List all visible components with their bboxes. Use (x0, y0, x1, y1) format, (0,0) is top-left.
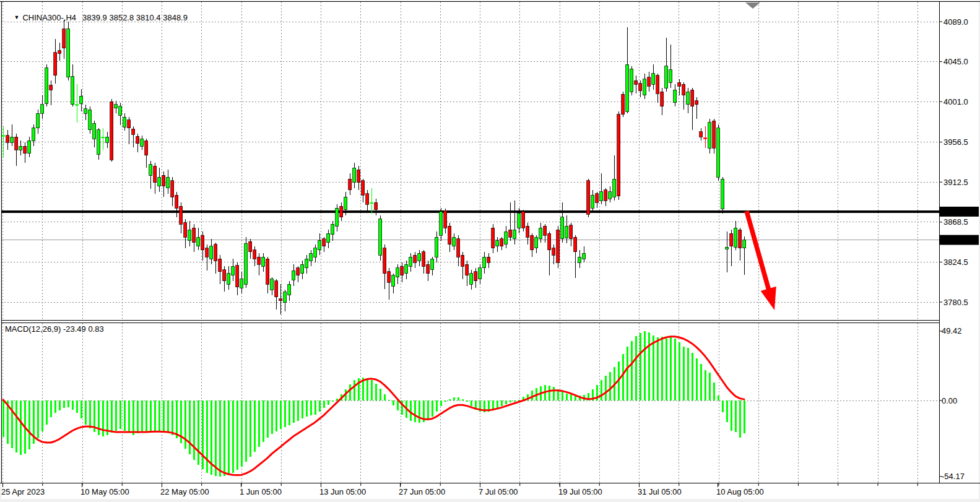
macd-histogram-bar (184, 400, 186, 449)
macd-histogram-bar (657, 337, 659, 400)
macd-histogram-bar (449, 399, 451, 400)
macd-histogram-bar (640, 333, 641, 400)
candle-body (539, 228, 542, 239)
candle-body (466, 264, 469, 275)
candle-body (483, 257, 486, 268)
macd-histogram-bar (353, 380, 355, 400)
candle-body (132, 129, 135, 134)
candle-body (158, 177, 161, 186)
candle-body (167, 177, 170, 188)
candle-body (344, 197, 347, 210)
candle-body (535, 237, 538, 248)
candle-body (28, 141, 31, 154)
candle-body (526, 226, 529, 237)
macd-histogram-bar (739, 400, 741, 438)
candle-body (314, 248, 317, 257)
macd-histogram-bar (197, 400, 199, 465)
macd-histogram-bar (262, 400, 264, 442)
candle-body (197, 237, 200, 246)
macd-histogram-bar (228, 400, 230, 475)
macd-histogram-bar (267, 400, 269, 438)
macd-histogram-bar (50, 400, 52, 417)
candle-body (45, 68, 48, 103)
candle-body (474, 272, 477, 281)
candle-body (418, 253, 421, 261)
macd-histogram-bar (440, 400, 442, 406)
candle-body (708, 123, 711, 148)
candle-body (609, 192, 612, 199)
candle-body (578, 257, 581, 262)
macd-histogram-bar (245, 400, 247, 462)
candle-body (2, 136, 5, 136)
candle-body (674, 90, 677, 103)
macd-histogram-bar (605, 376, 607, 400)
candle-body (136, 136, 139, 144)
macd-histogram-bar (202, 400, 204, 469)
macd-histogram-bar (371, 380, 373, 400)
macd-histogram-bar (414, 400, 416, 422)
candle-body (461, 255, 464, 266)
candle-body (500, 239, 503, 246)
candle-body (206, 248, 209, 257)
macd-histogram-bar (514, 400, 516, 402)
candle-body (388, 272, 391, 283)
time-axis-label: 27 Jun 05:00 (399, 487, 445, 496)
macd-histogram-bar (323, 400, 325, 408)
macd-histogram-bar (154, 400, 156, 431)
candle-body (375, 202, 378, 210)
chart-canvas[interactable]: 4089.04045.04001.03956.53912.53880.03868… (0, 0, 980, 502)
candle-body (383, 248, 386, 274)
macd-histogram-bar (336, 399, 338, 400)
macd-histogram-bar (37, 400, 39, 438)
candle-body (54, 53, 57, 76)
candle-body (366, 194, 369, 205)
macd-histogram-bar (731, 400, 732, 431)
macd-scale-label: -54.17 (942, 472, 965, 481)
time-axis-label: 10 Aug 05:00 (716, 487, 764, 496)
macd-histogram-bar (505, 400, 507, 404)
candle-body (84, 109, 87, 113)
candle-body (691, 90, 694, 106)
candle-body (431, 259, 434, 270)
candle-body (487, 257, 490, 262)
macd-histogram-bar (15, 400, 17, 452)
macd-histogram-bar (375, 384, 377, 400)
price-tag-label: 3880.0 (943, 207, 968, 216)
macd-histogram-bar (28, 400, 30, 449)
candle-body (401, 266, 404, 275)
macd-histogram-bar (128, 400, 130, 433)
candle-body (110, 102, 113, 160)
time-axis-label: 19 Jul 05:00 (558, 487, 602, 496)
candle-body (591, 195, 594, 208)
macd-histogram-bar (444, 400, 446, 402)
bottom-edge-strip (0, 499, 980, 502)
candle-body (227, 274, 230, 285)
macd-histogram-bar (510, 400, 511, 402)
candle-body (613, 179, 616, 197)
candle-body (561, 217, 564, 239)
symbol-collapse-icon[interactable]: ▼ (14, 14, 19, 20)
candle-body (444, 210, 447, 228)
candle-body (71, 76, 74, 105)
candle-body (531, 235, 534, 249)
candle-body (119, 106, 122, 116)
candle-body (661, 92, 664, 106)
candle-body (219, 259, 222, 272)
macd-histogram-bar (531, 391, 533, 400)
candle-body (721, 179, 724, 209)
candle-body (492, 228, 495, 248)
macd-histogram-bar (549, 386, 550, 400)
candle-body (301, 264, 304, 274)
macd-histogram-bar (679, 342, 680, 400)
candle-body (106, 137, 109, 142)
macd-histogram-bar (722, 400, 724, 412)
macd-histogram-bar (215, 400, 217, 476)
macd-histogram-bar (115, 400, 117, 431)
macd-histogram-bar (392, 400, 394, 405)
macd-histogram-bar (111, 400, 113, 433)
candle-body (448, 226, 451, 244)
macd-histogram-bar (470, 400, 472, 406)
candle-body (318, 241, 321, 250)
candle-body (505, 232, 508, 245)
candle-body (665, 66, 668, 88)
